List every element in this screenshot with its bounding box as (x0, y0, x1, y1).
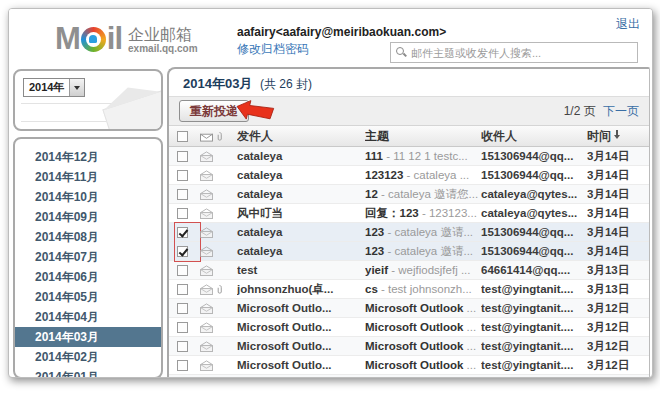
table-row[interactable]: cataleya 123123 - cataleya ... 151306944… (169, 166, 649, 185)
table-row[interactable]: cataleya 111 - 11 12 1 testc... 15130694… (169, 147, 649, 166)
search-icon (396, 47, 407, 58)
table-row[interactable]: Microsoft Outlo... Microsoft Outlook ...… (169, 356, 649, 375)
row-checkbox[interactable] (177, 322, 188, 333)
sidebar-month-item[interactable]: 2014年04月 (15, 307, 161, 327)
brand-name: 企业邮箱 (128, 27, 197, 44)
row-checkbox[interactable] (177, 227, 188, 238)
sidebar-month-item[interactable]: 2014年05月 (15, 287, 161, 307)
sender-cell: johnsonzhuo(卓... (237, 282, 365, 297)
logout-link[interactable]: 退出 (616, 16, 640, 33)
dropdown-button[interactable] (69, 79, 84, 96)
row-checkbox[interactable] (177, 246, 188, 257)
envelope-open-icon (199, 360, 214, 371)
select-all-checkbox[interactable] (177, 131, 188, 142)
sidebar-month-item[interactable]: 2014年10月 (15, 187, 161, 207)
sidebar-month-item[interactable]: 2014年12月 (15, 147, 161, 167)
header-time[interactable]: 时间 (587, 128, 647, 145)
sidebar-month-item[interactable]: 2014年07月 (15, 247, 161, 267)
brand-domain: exmail.qq.com (128, 44, 197, 55)
time-cell: 3月14日 (587, 149, 647, 164)
sidebar: 2014年 2014年12月2014年11月2014年10月2014年09月20… (13, 69, 163, 378)
header-sender[interactable]: 发件人 (237, 128, 365, 145)
envelope-open-icon (199, 284, 214, 295)
sender-cell: cataleya (237, 188, 365, 200)
table-row[interactable]: 风中叮当 回复：123 - 123123... cataleya@qytes..… (169, 204, 649, 223)
time-cell: 3月13日 (587, 282, 647, 297)
row-checkbox[interactable] (177, 208, 188, 219)
subject-cell: Microsoft Outlook ... (365, 321, 481, 333)
time-cell: 3月12日 (587, 358, 647, 373)
exmail-logo: M il 企业邮箱 exmail.qq.com (55, 21, 198, 57)
main-panel: 2014年03月 (共 26 封) 重新投递 1/2 页 下一页 (167, 67, 650, 378)
table-row[interactable]: johnsonzhuo(卓... cs - test johnsonzh... … (169, 280, 649, 299)
page-info: 1/2 页 (564, 104, 596, 118)
envelope-open-icon (199, 303, 214, 314)
row-checkbox[interactable] (177, 151, 188, 162)
subject-cell: 123 - cataleya 邀请... (365, 225, 481, 240)
sidebar-month-item[interactable]: 2014年01月 (15, 367, 161, 378)
sidebar-month-item[interactable]: 2014年09月 (15, 207, 161, 227)
chevron-down-icon (74, 86, 80, 90)
sender-cell: 风中叮当 (237, 206, 365, 221)
envelope-open-icon (199, 322, 214, 333)
toolbar: 重新投递 1/2 页 下一页 (169, 96, 649, 126)
year-dropdown[interactable]: 2014年 (23, 78, 85, 97)
page-title: 2014年03月 (共 26 封) (169, 69, 649, 96)
table-row[interactable]: Microsoft Outlo... Microsoft Outlook ...… (169, 337, 649, 356)
row-checkbox[interactable] (177, 265, 188, 276)
sender-cell: Microsoft Outlo... (237, 321, 365, 333)
table-row[interactable]: Microsoft Outlo... Microsoft Outlook ...… (169, 299, 649, 318)
sender-cell: Microsoft Outlo... (237, 359, 365, 371)
recipient-cell: test@yingtanit.... (481, 302, 587, 314)
logo-letters-il: il (107, 21, 122, 57)
row-checkbox[interactable] (177, 284, 188, 295)
row-checkbox[interactable] (177, 189, 188, 200)
envelope-open-icon (199, 265, 214, 276)
time-cell: 3月14日 (587, 225, 647, 240)
sender-cell: Microsoft Outlo... (237, 302, 365, 314)
table-row[interactable]: cataleya 12 - cataleya 邀请您... cataleya@q… (169, 185, 649, 204)
table-row[interactable]: Microsoft Outlo... Microsoft Outlook ...… (169, 375, 649, 378)
recipient-cell: test@yingtanit.... (481, 283, 587, 295)
time-cell: 3月12日 (587, 301, 647, 316)
search-input[interactable] (411, 47, 632, 59)
table-header: 发件人 主题 收件人 时间 (169, 126, 649, 147)
envelope-graphic (102, 90, 163, 131)
row-checkbox[interactable] (177, 303, 188, 314)
time-cell: 3月13日 (587, 263, 647, 278)
sidebar-month-item[interactable]: 2014年11月 (15, 167, 161, 187)
recipient-cell: 64661414@qq.... (481, 264, 587, 276)
recipient-cell: 151306944@qq... (481, 150, 587, 162)
table-row[interactable]: cataleya 123 - cataleya 邀请... 151306944@… (169, 242, 649, 261)
sender-cell: cataleya (237, 169, 365, 181)
pagination: 1/2 页 下一页 (564, 103, 639, 120)
subject-cell: 123 - cataleya 邀请... (365, 244, 481, 259)
envelope-open-icon (199, 170, 214, 181)
subject-cell: Microsoft Outlook ... (365, 302, 481, 314)
table-row[interactable]: test yieif - wejfiodsjfefj ... 64661414@… (169, 261, 649, 280)
envelope-open-icon (199, 341, 214, 352)
header-recipient[interactable]: 收件人 (481, 128, 587, 145)
sidebar-month-item[interactable]: 2014年02月 (15, 347, 161, 367)
year-dropdown-value: 2014年 (24, 80, 69, 95)
mail-count: (共 26 封) (260, 77, 312, 91)
next-page-link[interactable]: 下一页 (603, 104, 639, 118)
search-box[interactable] (390, 42, 638, 63)
sidebar-month-item[interactable]: 2014年03月 (15, 327, 161, 347)
time-cell: 3月14日 (587, 244, 647, 259)
sidebar-month-item[interactable]: 2014年08月 (15, 227, 161, 247)
logo-ring-icon (81, 27, 106, 52)
sender-cell: cataleya (237, 150, 365, 162)
sidebar-month-item[interactable]: 2014年06月 (15, 267, 161, 287)
recipient-cell: 151306944@qq... (481, 169, 587, 181)
sender-cell: cataleya (237, 245, 365, 257)
row-checkbox[interactable] (177, 360, 188, 371)
header-subject[interactable]: 主题 (365, 128, 481, 145)
recipient-cell: cataleya@qytes... (481, 207, 587, 219)
envelope-open-icon (199, 227, 214, 238)
table-row[interactable]: Microsoft Outlo... Microsoft Outlook ...… (169, 318, 649, 337)
row-checkbox[interactable] (177, 170, 188, 181)
row-checkbox[interactable] (177, 341, 188, 352)
recipient-cell: test@yingtanit.... (481, 359, 587, 371)
table-row[interactable]: cataleya 123 - cataleya 邀请... 151306944@… (169, 223, 649, 242)
